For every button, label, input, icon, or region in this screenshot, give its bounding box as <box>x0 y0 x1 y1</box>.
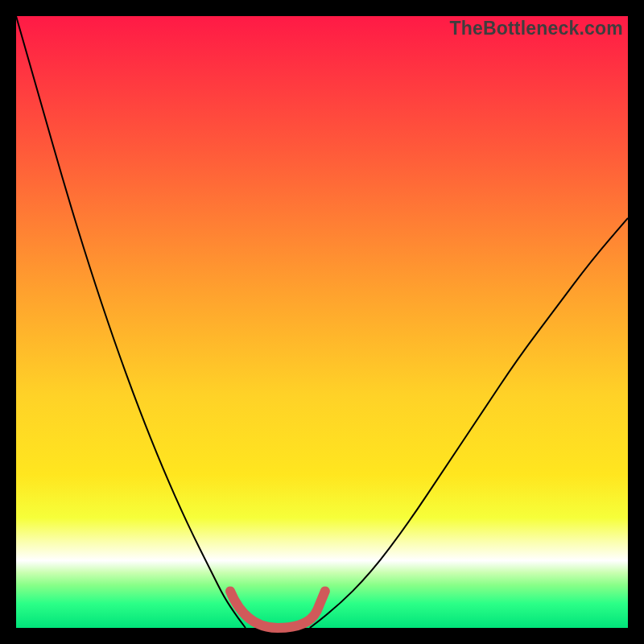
series-right-curve <box>310 218 628 628</box>
series-center-bracket <box>230 591 325 628</box>
chart-svg <box>16 16 628 628</box>
plot-area: TheBottleneck.com <box>16 16 628 628</box>
chart-frame: TheBottleneck.com <box>0 0 644 644</box>
series-left-curve <box>16 16 246 628</box>
